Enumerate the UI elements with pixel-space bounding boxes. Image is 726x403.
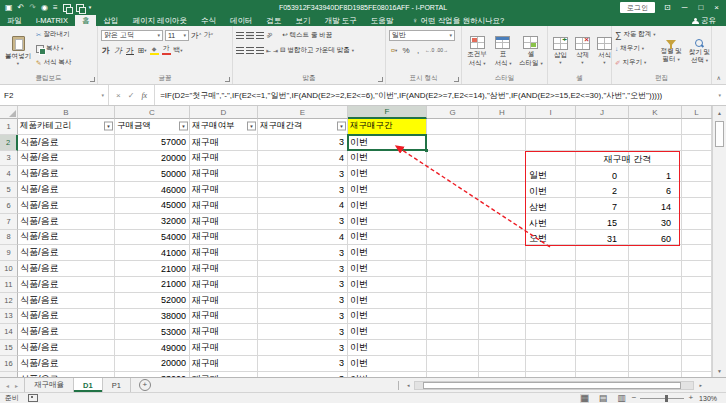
- cell-B16[interactable]: 식품/음료: [18, 356, 115, 372]
- fill-color-button[interactable]: ◆: [149, 44, 159, 56]
- sheet-tab-P1[interactable]: P1: [103, 378, 131, 392]
- cell-F4[interactable]: 이번: [348, 166, 427, 182]
- cell-C9[interactable]: 41000: [115, 245, 190, 261]
- zoom-in-icon[interactable]: +: [688, 394, 693, 402]
- copy-button[interactable]: 복사▾: [36, 42, 71, 55]
- number-format-combo[interactable]: 일반▾: [389, 30, 455, 41]
- row-header-9[interactable]: 9: [0, 245, 18, 261]
- cell-L10[interactable]: [682, 261, 712, 277]
- row-header-7[interactable]: 7: [0, 214, 18, 230]
- maximize-icon[interactable]: □: [698, 4, 703, 12]
- cell-D2[interactable]: 재구매: [190, 135, 258, 151]
- align-top-icon[interactable]: [236, 32, 244, 39]
- cell-G16[interactable]: [427, 356, 479, 372]
- cell-E8[interactable]: 4: [258, 230, 348, 246]
- dialog-launcher-icon[interactable]: [90, 77, 95, 82]
- row-header-12[interactable]: 12: [0, 293, 18, 309]
- cell-F6[interactable]: 이번: [348, 198, 427, 214]
- paste-button[interactable]: 붙여넣기 ▾: [3, 28, 33, 74]
- cell-E10[interactable]: 3: [258, 261, 348, 277]
- cell-E16[interactable]: 3: [258, 356, 348, 372]
- cut-button[interactable]: ✂잘라내기: [36, 28, 71, 41]
- cell-L7[interactable]: [682, 214, 712, 230]
- cell-G4[interactable]: [427, 166, 479, 182]
- font-size-combo[interactable]: 11▾: [165, 30, 189, 41]
- ribbon-tab-파일[interactable]: 파일: [0, 15, 29, 26]
- cell-J10[interactable]: [576, 261, 629, 277]
- cell-C11[interactable]: 21000: [115, 277, 190, 293]
- cell-G8[interactable]: [427, 230, 479, 246]
- login-button[interactable]: 로그인: [620, 2, 655, 13]
- align-middle-icon[interactable]: [246, 32, 254, 39]
- cell-G14[interactable]: [427, 324, 479, 340]
- decrease-decimal-icon[interactable]: .00→: [436, 47, 448, 53]
- insert-function-icon[interactable]: fx: [141, 91, 147, 100]
- cell-H2[interactable]: [479, 135, 526, 151]
- cell-I10[interactable]: [526, 261, 576, 277]
- close-icon[interactable]: ×: [714, 4, 719, 12]
- cell-D8[interactable]: 재구매: [190, 230, 258, 246]
- cell-B7[interactable]: 식품/음료: [18, 214, 115, 230]
- cell-H13[interactable]: [479, 309, 526, 325]
- cell-C12[interactable]: 52000: [115, 293, 190, 309]
- vertical-scrollbar[interactable]: ▲ ▼: [712, 106, 726, 377]
- minimize-icon[interactable]: ─: [682, 4, 688, 12]
- cell-F9[interactable]: 이번: [348, 245, 427, 261]
- cell-L16[interactable]: [682, 356, 712, 372]
- cell-B14[interactable]: 식품/음료: [18, 324, 115, 340]
- row-header-10[interactable]: 10: [0, 261, 18, 277]
- shrink-font-button[interactable]: 가˅: [203, 29, 213, 41]
- cell-G12[interactable]: [427, 293, 479, 309]
- cell-H8[interactable]: [479, 230, 526, 246]
- row-header-4[interactable]: 4: [0, 166, 18, 182]
- cell-D14[interactable]: 재구매: [190, 324, 258, 340]
- formula-input[interactable]: =IF(D2="첫구매","-",IF(E2<=1,"일번",IF(AND(E2…: [155, 85, 713, 105]
- row-header-6[interactable]: 6: [0, 198, 18, 214]
- column-header-K[interactable]: K: [629, 106, 682, 119]
- cell-C8[interactable]: 54000: [115, 230, 190, 246]
- grow-font-button[interactable]: 가˄: [191, 29, 201, 41]
- cell-E2[interactable]: 3: [258, 135, 348, 151]
- cell-E12[interactable]: 3: [258, 293, 348, 309]
- cell-I9[interactable]: [526, 245, 576, 261]
- cell-D15[interactable]: 재구매: [190, 340, 258, 356]
- cell-B10[interactable]: 식품/음료: [18, 261, 115, 277]
- cell-I14[interactable]: [526, 324, 576, 340]
- cell-D7[interactable]: 재구매: [190, 214, 258, 230]
- cell-D16[interactable]: 재구매: [190, 356, 258, 372]
- sheet-nav-right-icon[interactable]: ▸: [15, 382, 18, 389]
- row-header-14[interactable]: 14: [0, 324, 18, 340]
- cell-L15[interactable]: [682, 340, 712, 356]
- cell-J12[interactable]: [576, 293, 629, 309]
- insert-cells-button[interactable]: 삽입▾: [551, 28, 570, 74]
- sheet-tab-D1[interactable]: D1: [74, 378, 103, 392]
- name-box[interactable]: F2▾: [0, 85, 109, 105]
- column-header-D[interactable]: D: [190, 106, 258, 119]
- cell-J15[interactable]: [576, 340, 629, 356]
- sort-filter-button[interactable]: 정렬 및필터 ▾: [659, 28, 684, 74]
- cell-I12[interactable]: [526, 293, 576, 309]
- increase-decimal-icon[interactable]: ←.0: [425, 47, 434, 53]
- cell-G13[interactable]: [427, 309, 479, 325]
- cell-G11[interactable]: [427, 277, 479, 293]
- cell-J11[interactable]: [576, 277, 629, 293]
- tell-me-box[interactable]: ♀ 어떤 작업을 원하시나요?: [412, 15, 504, 26]
- column-header-H[interactable]: H: [479, 106, 526, 119]
- cell-L13[interactable]: [682, 309, 712, 325]
- font-name-combo[interactable]: 맑은 고딕▾: [101, 30, 163, 41]
- cell-J1[interactable]: [576, 119, 629, 135]
- cell-E4[interactable]: 3: [258, 166, 348, 182]
- scroll-down-icon[interactable]: ▼: [713, 364, 726, 377]
- column-header-B[interactable]: B: [18, 106, 115, 119]
- cell-F1[interactable]: 재구매구간: [348, 119, 427, 135]
- cell-H1[interactable]: [479, 119, 526, 135]
- sheet-nav-left-icon[interactable]: ◂: [6, 382, 9, 389]
- cell-C6[interactable]: 45000: [115, 198, 190, 214]
- cell-B1[interactable]: 제품카테고리▼: [18, 119, 115, 135]
- cell-J9[interactable]: [576, 245, 629, 261]
- cell-E15[interactable]: 3: [258, 340, 348, 356]
- cell-G5[interactable]: [427, 182, 479, 198]
- cell-K1[interactable]: [629, 119, 682, 135]
- cell-B12[interactable]: 식품/음료: [18, 293, 115, 309]
- ribbon-tab-검토[interactable]: 검토: [260, 15, 289, 26]
